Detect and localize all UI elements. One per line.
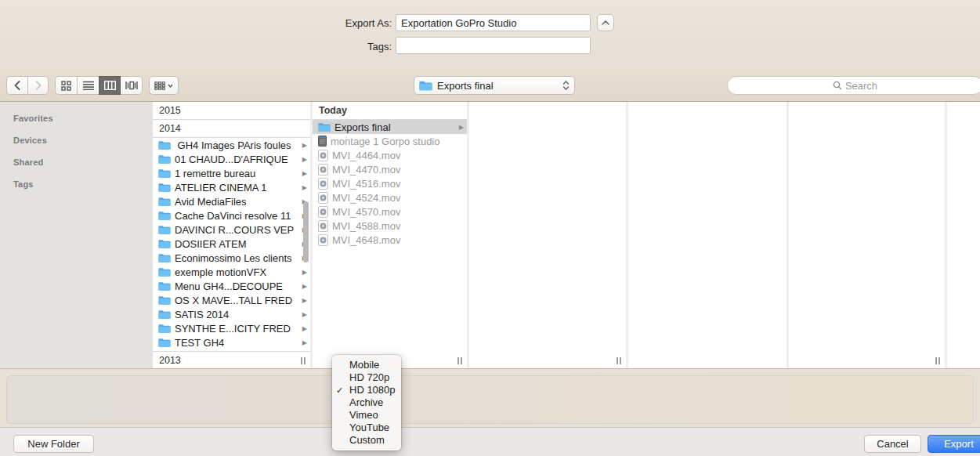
disclosure-triangle-icon: ▶ — [302, 142, 307, 149]
folder-row[interactable]: OS X MAVE...TALL FRED▶ — [153, 293, 310, 307]
location-popup[interactable]: Exports final — [414, 76, 575, 95]
cancel-button[interactable]: Cancel — [864, 435, 921, 453]
back-button[interactable] — [6, 76, 27, 95]
sidebar-section-tags[interactable]: Tags — [0, 173, 153, 195]
chevron-down-icon — [168, 84, 173, 88]
export-as-input[interactable] — [396, 14, 591, 31]
row-label: Exports final — [335, 121, 455, 133]
row-label: MVI_4470.mov — [332, 164, 464, 176]
folder-icon — [158, 197, 171, 207]
column-resize-handle[interactable] — [617, 357, 621, 364]
disclosure-triangle-icon: ▶ — [302, 339, 307, 346]
column-resize-handle[interactable] — [457, 357, 462, 364]
preset-menu-item-hd-1080p[interactable]: ✓HD 1080p — [332, 384, 401, 396]
row-label: GH4 Images PAris foules — [175, 139, 298, 151]
list-view-button[interactable] — [77, 76, 99, 95]
scrollbar-thumb[interactable] — [303, 201, 309, 262]
file-row[interactable]: MVI_4570.mov — [313, 204, 467, 219]
tags-input[interactable] — [396, 37, 591, 54]
row-label: SATIS 2014 — [175, 309, 298, 320]
disclosure-triangle-icon: ▶ — [302, 325, 307, 332]
file-row[interactable]: MVI_4464.mov — [313, 148, 467, 162]
group-header-2015: 2015 — [153, 102, 310, 120]
location-popup-label: Exports final — [437, 80, 558, 92]
row-label: TEST GH4 — [175, 337, 298, 349]
row-label: montage 1 Gorpo studio — [331, 136, 464, 147]
action-menu-button[interactable] — [149, 76, 179, 95]
preset-menu-item-mobile[interactable]: Mobile — [332, 359, 401, 371]
new-folder-button[interactable]: New Folder — [13, 435, 94, 453]
folder-row[interactable]: 1 remettre bureau▶ — [153, 166, 310, 180]
file-row[interactable]: MVI_4588.mov — [313, 219, 467, 233]
folder-row[interactable]: ATELIER CINEMA 1▶ — [153, 180, 310, 194]
folder-row[interactable]: DAVINCI R...COURS VEP▶ — [153, 223, 310, 237]
preset-menu-item-archive[interactable]: Archive — [332, 396, 401, 409]
collapse-sheet-button[interactable] — [597, 14, 614, 31]
folder-row[interactable]: TEST GH4▶ — [153, 335, 310, 349]
sidebar-section-favorites[interactable]: Favorites — [0, 107, 153, 129]
folder-row[interactable]: GH4 Images PAris foules▶ — [153, 138, 310, 152]
preset-menu-item-youtube[interactable]: YouTube — [332, 422, 401, 434]
chevron-up-icon — [602, 20, 609, 25]
disclosure-triangle-icon: ▶ — [302, 297, 307, 304]
coverflow-view-icon — [125, 81, 138, 90]
folder-icon — [158, 225, 171, 235]
preset-menu-item-vimeo[interactable]: Vimeo — [332, 409, 401, 422]
movie-icon — [318, 150, 328, 161]
folder-row[interactable]: SYNTHE E...ICITY FRED▶ — [153, 321, 310, 335]
folder-row[interactable]: Exports final▶ — [313, 120, 467, 134]
group-header-today: Today — [313, 102, 467, 120]
folder-row[interactable]: exemple motionVFX▶ — [153, 265, 310, 279]
icon-view-button[interactable] — [55, 76, 77, 95]
row-label: MVI_4588.mov — [332, 220, 464, 232]
folder-icon — [158, 253, 171, 263]
row-label: Cache DaVinci resolve 11 — [175, 210, 298, 222]
folder-row[interactable]: SATIS 2014▶ — [153, 307, 310, 321]
export-form-header: Export As: Tags: — [0, 0, 980, 60]
row-label: MVI_4464.mov — [332, 150, 464, 161]
coverflow-view-button[interactable] — [121, 76, 143, 95]
group-header-2014: 2014 — [153, 120, 310, 138]
folder-row[interactable]: Cache DaVinci resolve 11▶ — [153, 208, 310, 223]
folder-icon — [158, 154, 171, 165]
movie-icon — [318, 178, 328, 190]
row-label: Econimossimo Les clients — [175, 252, 298, 264]
browser-column-1: 20152014 GH4 Images PAris foules▶01 CHAU… — [153, 102, 310, 368]
forward-button[interactable] — [27, 76, 49, 95]
file-row[interactable]: montage 1 Gorpo studio — [313, 134, 467, 148]
export-options-panel: Preset: Duration: 00:00:23 File Size: ~4… — [0, 368, 980, 427]
disclosure-triangle-icon: ▶ — [459, 124, 464, 131]
folder-icon — [158, 211, 171, 221]
row-label: DOSIIER ATEM — [175, 238, 298, 250]
preset-menu-item-hd-720p[interactable]: HD 720p — [332, 371, 401, 384]
export-button[interactable]: Export — [928, 435, 980, 453]
sidebar-section-devices[interactable]: Devices — [0, 129, 153, 151]
updown-chevrons-icon — [562, 81, 570, 90]
folder-row[interactable]: Menu GH4...DECOUPE▶ — [153, 279, 310, 293]
disclosure-triangle-icon: ▶ — [302, 283, 307, 290]
folder-row[interactable]: DOSIIER ATEM▶ — [153, 237, 310, 251]
file-row[interactable]: MVI_4470.mov — [313, 162, 467, 176]
folder-row[interactable]: Econimossimo Les clients▶ — [153, 251, 310, 265]
document-icon — [318, 136, 327, 147]
row-label: DAVINCI R...COURS VEP — [175, 224, 298, 236]
row-label: 1 remettre bureau — [175, 168, 298, 179]
file-row[interactable]: MVI_4648.mov — [313, 233, 467, 247]
column-browser: 20152014 GH4 Images PAris foules▶01 CHAU… — [153, 102, 980, 368]
browser-column-3 — [469, 102, 626, 368]
folder-icon — [158, 338, 171, 348]
row-label: MVI_4524.mov — [332, 192, 464, 204]
column-resize-handle[interactable] — [301, 357, 306, 364]
file-row[interactable]: MVI_4516.mov — [313, 176, 467, 190]
dialog-footer: New Folder Cancel Export — [0, 427, 980, 456]
folder-row[interactable]: 01 CHAUD...D'AFRIQUE▶ — [153, 152, 310, 166]
column-view-button[interactable] — [99, 76, 121, 95]
column-resize-handle[interactable] — [935, 357, 940, 364]
sidebar-section-shared[interactable]: Shared — [0, 151, 153, 173]
preset-menu-item-custom[interactable]: Custom — [332, 434, 401, 447]
file-row[interactable]: MVI_4524.mov — [313, 190, 467, 204]
search-input[interactable]: Search — [727, 76, 980, 95]
folder-icon — [158, 140, 171, 150]
folder-row[interactable]: Avid MediaFiles▶ — [153, 194, 310, 208]
disclosure-triangle-icon: ▶ — [302, 156, 307, 163]
